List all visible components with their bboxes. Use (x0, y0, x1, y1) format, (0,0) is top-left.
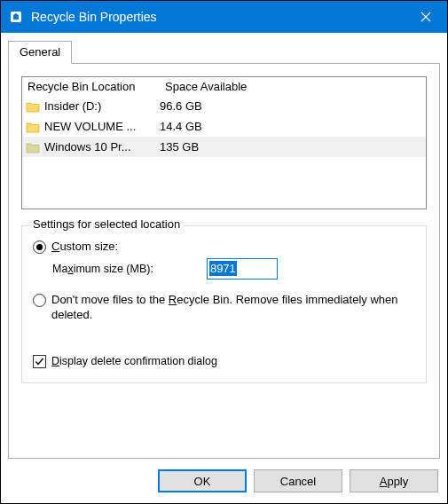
radio-dont-move[interactable] (33, 294, 46, 307)
row-space: 14.4 GB (160, 120, 426, 133)
row-name: Insider (D:) (44, 99, 160, 113)
window-title: Recycle Bin Properties (31, 10, 405, 24)
ok-button[interactable]: OK (158, 469, 247, 492)
tab-general[interactable]: General (8, 41, 72, 64)
max-size-value: 8971 (209, 261, 237, 276)
check-confirm-row[interactable]: Display delete confirmation dialog (33, 355, 415, 368)
checkbox-confirm[interactable] (33, 355, 46, 368)
row-space: 135 GB (160, 140, 426, 154)
settings-group: Settings for selected location Custom si… (21, 225, 427, 383)
list-row[interactable]: NEW VOLUME ... 14.4 GB (22, 116, 426, 137)
list-row[interactable]: Windows 10 Pr... 135 GB (22, 137, 426, 157)
dialog-buttons: OK Cancel Apply (1, 459, 447, 503)
folder-icon (25, 99, 41, 114)
max-size-input[interactable]: 8971 (207, 258, 278, 280)
recycle-bin-icon (8, 9, 24, 25)
check-icon (35, 357, 44, 366)
checkbox-confirm-label: Display delete confirmation dialog (51, 355, 217, 367)
max-size-row: Maximum size (MB): 8971 (52, 258, 415, 280)
tab-strip: General (8, 40, 440, 63)
radio-custom-size[interactable] (33, 240, 46, 254)
radio-dont-move-label: Don't move files to the Recycle Bin. Rem… (51, 292, 415, 323)
row-name: Windows 10 Pr... (44, 140, 160, 154)
radio-custom-size-label: Custom size: (51, 239, 118, 255)
folder-icon (25, 140, 41, 154)
group-label: Settings for selected location (29, 217, 184, 231)
titlebar[interactable]: Recycle Bin Properties (1, 1, 447, 33)
max-size-label: Maximum size (MB): (52, 263, 153, 275)
cancel-button[interactable]: Cancel (254, 469, 342, 492)
list-header: Recycle Bin Location Space Available (22, 77, 426, 96)
header-location[interactable]: Recycle Bin Location (22, 77, 160, 96)
radio-dont-move-row[interactable]: Don't move files to the Recycle Bin. Rem… (33, 292, 415, 323)
radio-custom-size-row[interactable]: Custom size: (33, 239, 415, 255)
folder-icon (25, 120, 41, 134)
tab-panel-general: Recycle Bin Location Space Available Ins… (8, 63, 440, 459)
close-icon (420, 12, 431, 22)
close-button[interactable] (405, 1, 447, 33)
content-area: General Recycle Bin Location Space Avail… (1, 33, 447, 459)
row-name: NEW VOLUME ... (44, 120, 160, 133)
apply-button[interactable]: Apply (350, 469, 438, 492)
radio-dot-icon (36, 244, 43, 250)
row-space: 96.6 GB (160, 99, 426, 113)
location-list[interactable]: Recycle Bin Location Space Available Ins… (21, 76, 427, 209)
list-row[interactable]: Insider (D:) 96.6 GB (22, 96, 426, 116)
header-space[interactable]: Space Available (160, 77, 426, 96)
